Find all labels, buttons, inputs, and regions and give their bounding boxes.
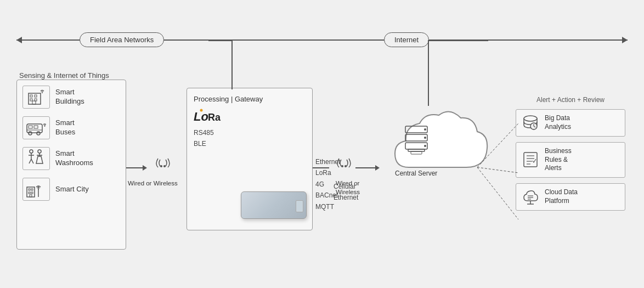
protocol-list-left: RS485BLE: [194, 127, 306, 150]
svg-point-35: [341, 165, 343, 167]
svg-point-49: [533, 129, 534, 130]
svg-line-62: [477, 167, 518, 219]
fan-lines: [477, 101, 521, 244]
gateway-title: Processing | Gateway: [194, 95, 306, 103]
svg-rect-11: [34, 126, 38, 128]
svg-line-17: [29, 159, 31, 163]
svg-rect-24: [31, 189, 33, 190]
svg-rect-26: [31, 192, 33, 194]
gateway-box: Processing | Gateway Lo Ra RS485BLE: [187, 88, 313, 230]
wired-wireless-right-label: Wired orWireless: [336, 179, 360, 196]
wired-wireless-left-label: Wired or Wireless: [128, 179, 178, 188]
iot-section: SmartBuildings SmartBuses: [16, 80, 126, 250]
svg-line-60: [477, 123, 518, 167]
svg-text:Lo: Lo: [194, 110, 208, 123]
list-item: Big DataAnalytics: [516, 109, 625, 137]
signal-left: [148, 155, 178, 180]
svg-rect-23: [29, 189, 30, 190]
building-icon: [22, 86, 50, 109]
list-item: SmartWashrooms: [22, 147, 120, 170]
alert-section: Alert + Action + Review Big DataAnalytic…: [516, 96, 625, 216]
bus-icon: [22, 116, 50, 139]
cloud-platform-label: Cloud DataPlatform: [545, 188, 578, 205]
smart-city-label: Smart City: [55, 185, 89, 194]
business-rules-label: BusinessRules &Alerts: [545, 147, 572, 173]
central-server: Central Server: [395, 123, 437, 177]
washroom-icon: [22, 147, 50, 170]
vert-line-server: [428, 40, 429, 106]
svg-point-30: [160, 165, 162, 167]
svg-point-13: [44, 126, 46, 127]
list-item: Smart City: [22, 178, 120, 201]
fan-label: Field Area Networks: [80, 32, 164, 47]
fan-text: Field Area Networks: [90, 36, 154, 44]
svg-point-31: [163, 165, 166, 167]
horiz-line-to-server: [428, 40, 488, 41]
svg-rect-43: [408, 149, 425, 151]
smart-buildings-label: SmartBuildings: [55, 88, 84, 106]
gateway-right-line: [313, 167, 329, 168]
smart-buses-label: SmartBuses: [55, 118, 75, 137]
svg-rect-50: [524, 153, 537, 167]
gateway-device-image: [241, 191, 307, 219]
svg-point-45: [524, 116, 537, 121]
svg-point-6: [42, 92, 43, 93]
svg-point-38: [424, 128, 426, 131]
svg-point-8: [29, 132, 32, 135]
city-icon: [22, 178, 50, 201]
diagram-container: Field Area Networks Internet Sensing & I…: [0, 0, 644, 288]
svg-rect-5: [32, 101, 36, 104]
list-item: Cloud DataPlatform: [516, 183, 625, 211]
iot-arrow-head: [143, 165, 147, 171]
cloud-platform-icon: [522, 188, 539, 206]
central-server-label: Central Server: [395, 170, 437, 177]
list-item: SmartBuses: [22, 116, 120, 139]
svg-point-9: [37, 132, 40, 135]
smart-washrooms-label: SmartWashrooms: [55, 149, 93, 168]
sensing-label: Sensing & Internet of Things: [19, 71, 109, 80]
signal-to-server-line: [355, 167, 377, 168]
signal-right: [329, 155, 359, 180]
svg-point-40: [424, 137, 426, 139]
lora-logo: Lo Ra: [194, 108, 306, 124]
svg-point-14: [30, 150, 33, 153]
rules-icon: [522, 151, 539, 168]
big-data-label: Big DataAnalytics: [545, 114, 571, 131]
svg-rect-1: [30, 95, 32, 97]
svg-point-42: [424, 145, 426, 147]
horiz-line-to-gateway: [208, 40, 233, 41]
svg-rect-4: [35, 99, 37, 101]
svg-point-19: [38, 150, 41, 153]
svg-rect-22: [27, 187, 35, 197]
svg-rect-3: [30, 99, 32, 101]
vert-line-gateway: [231, 40, 233, 89]
svg-line-61: [477, 167, 518, 173]
svg-rect-25: [29, 192, 30, 194]
internet-label: Internet: [384, 32, 429, 47]
svg-line-18: [31, 159, 33, 163]
big-data-icon: [522, 114, 539, 132]
list-item: SmartBuildings: [22, 86, 120, 109]
alert-title: Alert + Action + Review: [516, 96, 625, 104]
svg-point-34: [200, 109, 203, 112]
svg-text:Ra: Ra: [208, 112, 221, 123]
svg-point-36: [344, 165, 347, 167]
svg-point-29: [38, 189, 39, 190]
svg-rect-2: [35, 95, 37, 97]
internet-text: Internet: [394, 36, 419, 44]
list-item: BusinessRules &Alerts: [516, 142, 625, 178]
svg-rect-10: [29, 126, 32, 128]
